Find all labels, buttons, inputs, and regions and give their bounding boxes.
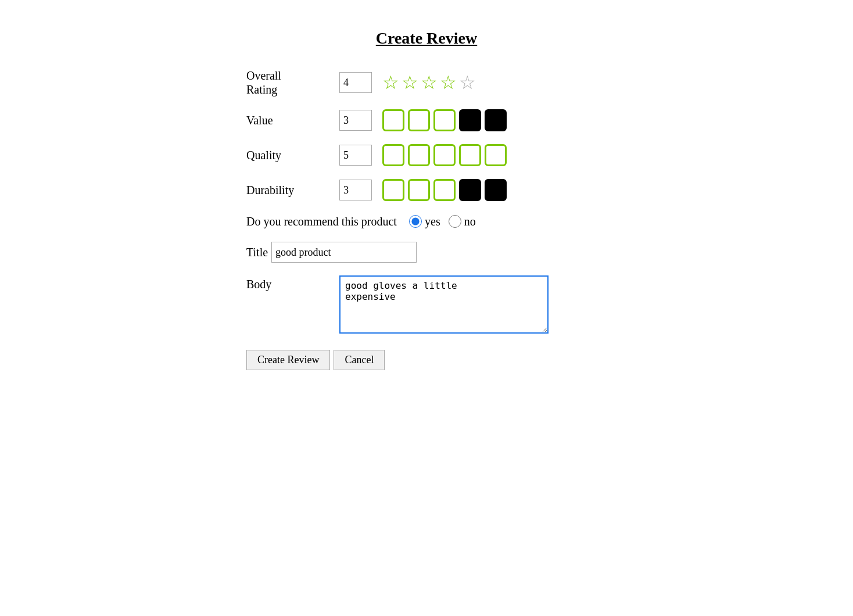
title-input[interactable]: [271, 242, 417, 263]
form-container: OverallRating ☆ ☆ ☆ ☆ ☆ Value: [246, 69, 607, 370]
recommend-row: Do you recommend this product yes no: [246, 214, 607, 229]
recommend-no-label[interactable]: no: [464, 215, 476, 228]
durability-input[interactable]: [339, 180, 372, 200]
durability-row: Durability: [246, 179, 607, 201]
durability-box-1: [382, 179, 404, 201]
create-review-button[interactable]: Create Review: [246, 350, 330, 370]
value-box-4: [459, 109, 481, 131]
overall-rating-stars: ☆ ☆ ☆ ☆ ☆: [382, 73, 476, 92]
page-title: Create Review: [376, 29, 477, 48]
quality-box-5: [485, 144, 507, 166]
durability-label: Durability: [246, 183, 339, 197]
recommend-options: yes no: [409, 215, 476, 228]
value-box-2: [408, 109, 430, 131]
title-label: Title: [246, 246, 268, 259]
value-boxes: [382, 109, 507, 131]
recommend-yes-group: yes: [409, 215, 440, 228]
value-box-1: [382, 109, 404, 131]
page: Create Review OverallRating ☆ ☆ ☆ ☆ ☆ Va…: [0, 0, 853, 616]
cancel-button[interactable]: Cancel: [334, 350, 385, 370]
durability-box-4: [459, 179, 481, 201]
quality-boxes: [382, 144, 507, 166]
recommend-no-radio[interactable]: [449, 215, 461, 228]
star-2: ☆: [402, 73, 418, 92]
value-row: Value: [246, 109, 607, 131]
star-4: ☆: [440, 73, 457, 92]
body-textarea[interactable]: good gloves a little expensive: [339, 275, 549, 334]
durability-boxes: [382, 179, 507, 201]
buttons-row: Create Review Cancel: [246, 350, 607, 370]
durability-box-5: [485, 179, 507, 201]
quality-row: Quality: [246, 144, 607, 166]
value-label: Value: [246, 113, 339, 127]
body-label: Body: [246, 275, 339, 291]
quality-box-4: [459, 144, 481, 166]
quality-box-3: [433, 144, 456, 166]
star-3: ☆: [421, 73, 438, 92]
quality-input[interactable]: [339, 145, 372, 166]
value-box-5: [485, 109, 507, 131]
quality-label: Quality: [246, 148, 339, 162]
quality-box-1: [382, 144, 404, 166]
recommend-no-group: no: [449, 215, 476, 228]
star-5: ☆: [459, 73, 476, 92]
durability-box-2: [408, 179, 430, 201]
recommend-yes-label[interactable]: yes: [425, 215, 440, 228]
recommend-yes-radio[interactable]: [409, 215, 422, 228]
value-box-3: [433, 109, 456, 131]
title-row: Title: [246, 242, 607, 263]
overall-rating-label: OverallRating: [246, 69, 339, 96]
quality-box-2: [408, 144, 430, 166]
body-row: Body good gloves a little expensive: [246, 275, 607, 334]
recommend-label: Do you recommend this product: [246, 214, 409, 229]
durability-box-3: [433, 179, 456, 201]
star-1: ☆: [382, 73, 399, 92]
value-input[interactable]: [339, 110, 372, 131]
overall-rating-row: OverallRating ☆ ☆ ☆ ☆ ☆: [246, 69, 607, 96]
overall-rating-input[interactable]: [339, 72, 372, 93]
